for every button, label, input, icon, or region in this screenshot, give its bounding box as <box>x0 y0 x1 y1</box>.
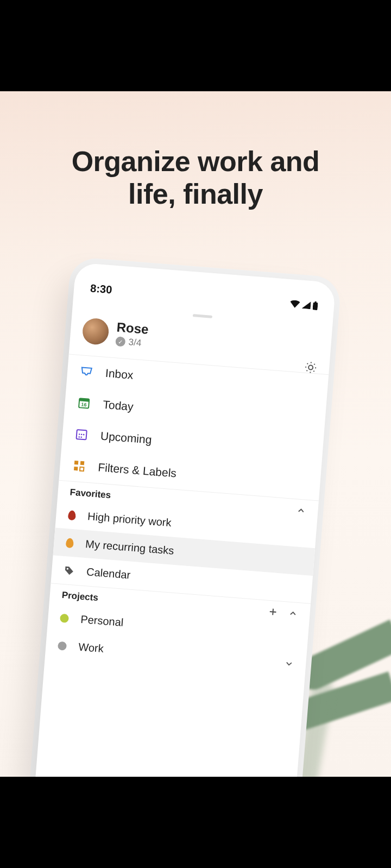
gear-icon <box>304 361 318 375</box>
svg-rect-11 <box>74 461 79 465</box>
tag-icon <box>64 565 75 577</box>
calendar-today-icon: 16 <box>77 395 92 411</box>
progress-text: 3/4 <box>128 337 142 349</box>
chevron-up-icon[interactable] <box>296 505 306 515</box>
drop-icon <box>66 538 74 548</box>
settings-button[interactable] <box>304 361 318 375</box>
chevron-down-icon[interactable] <box>284 658 294 669</box>
phone-mockup: 8:30 Rose ✓ 3/4 <box>35 262 336 777</box>
phone-screen: 8:30 Rose ✓ 3/4 <box>35 262 336 777</box>
item-label: My recurring tasks <box>85 538 174 557</box>
calendar-upcoming-icon <box>74 427 89 442</box>
headline-line1: Organize work and <box>72 146 320 177</box>
nav-label: Inbox <box>105 367 134 382</box>
svg-point-10 <box>80 436 82 438</box>
svg-rect-1 <box>314 301 316 303</box>
check-badge-icon: ✓ <box>115 336 125 347</box>
svg-point-6 <box>79 433 80 435</box>
status-icons <box>290 299 318 310</box>
svg-text:16: 16 <box>81 402 87 408</box>
section-title: Projects <box>61 590 98 603</box>
svg-rect-0 <box>312 302 318 310</box>
battery-icon <box>312 301 318 310</box>
item-label: Work <box>78 641 104 656</box>
wifi-icon <box>290 300 300 308</box>
svg-rect-12 <box>80 461 85 466</box>
section-title: Favorites <box>70 487 111 501</box>
profile-name: Rose <box>116 319 149 337</box>
nav-label: Filters & Labels <box>98 461 177 480</box>
svg-rect-14 <box>80 467 84 471</box>
signal-icon <box>302 301 311 309</box>
drop-icon <box>68 510 76 520</box>
status-time: 8:30 <box>90 282 112 296</box>
item-label: Calendar <box>86 565 131 581</box>
nav-label: Today <box>103 398 134 413</box>
grid-icon <box>72 458 87 474</box>
promo-background: Organize work and life, finally 8:30 Ros… <box>0 91 391 777</box>
svg-point-7 <box>81 433 83 435</box>
item-label: High priority work <box>87 510 172 529</box>
svg-point-8 <box>83 434 85 436</box>
plus-icon[interactable] <box>267 606 279 618</box>
svg-rect-13 <box>74 467 78 471</box>
color-dot-icon <box>60 613 69 622</box>
headline: Organize work and life, finally <box>0 146 391 211</box>
item-label: Personal <box>80 613 124 629</box>
inbox-icon <box>79 364 94 379</box>
nav-label: Upcoming <box>100 430 152 446</box>
profile-progress: ✓ 3/4 <box>115 336 148 349</box>
avatar[interactable] <box>81 317 110 345</box>
svg-point-9 <box>78 436 80 438</box>
headline-line2: life, finally <box>128 178 263 210</box>
color-dot-icon <box>58 641 67 650</box>
chevron-up-icon[interactable] <box>288 608 298 619</box>
